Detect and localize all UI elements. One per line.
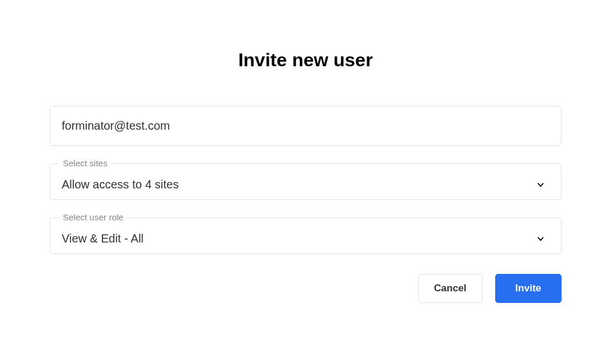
select-sites-dropdown[interactable]: Select sites Allow access to 4 sites [49, 163, 562, 200]
email-input[interactable] [62, 119, 549, 133]
select-sites-label: Select sites [59, 158, 111, 168]
dialog-title: Invite new user [49, 49, 562, 71]
button-row: Cancel Invite [49, 274, 562, 303]
email-field-wrapper [49, 106, 562, 146]
select-role-dropdown[interactable]: Select user role View & Edit - All [49, 217, 562, 254]
chevron-down-icon [537, 235, 545, 243]
cancel-button[interactable]: Cancel [418, 274, 482, 303]
select-role-label: Select user role [59, 212, 127, 222]
chevron-down-icon [537, 181, 545, 189]
invite-user-dialog: Invite new user Select sites Allow acces… [0, 0, 611, 303]
select-sites-value: Allow access to 4 sites [62, 178, 179, 191]
select-role-value: View & Edit - All [62, 232, 144, 245]
invite-button[interactable]: Invite [495, 274, 562, 303]
